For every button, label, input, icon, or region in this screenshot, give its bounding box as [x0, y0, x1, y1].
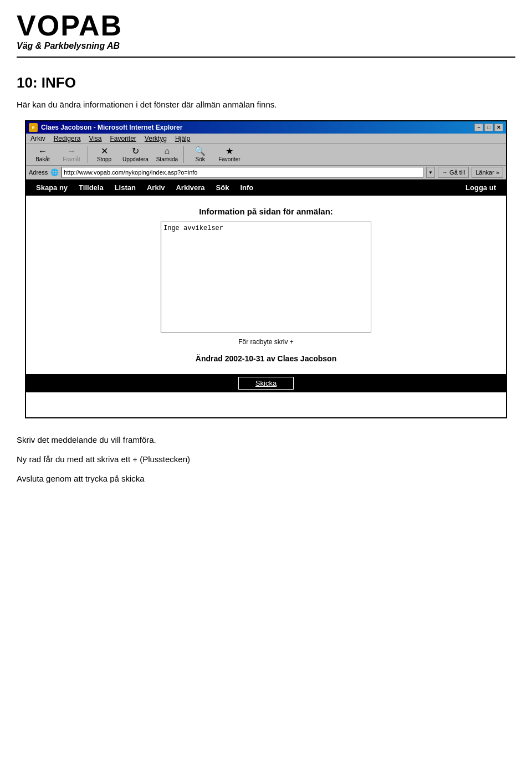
back-label: Bakåt [35, 156, 50, 162]
minimize-button[interactable]: – [474, 124, 483, 131]
search-button[interactable]: 🔍 Sök [186, 146, 214, 163]
search-label: Sök [196, 156, 205, 162]
nav-listan[interactable]: Listan [109, 182, 141, 193]
info-changed-text: Ändrad 2002-10-31 av Claes Jacobson [37, 354, 495, 363]
menu-visa[interactable]: Visa [89, 135, 101, 142]
bottom-text: Skriv det meddelande du vill framföra. N… [17, 432, 515, 486]
nav-info[interactable]: Info [234, 182, 259, 193]
ie-favicon-icon: e [29, 123, 38, 132]
logo-title: VOPAB [17, 11, 515, 40]
close-button[interactable]: ✕ [494, 124, 503, 131]
stop-label: Stopp [97, 156, 111, 162]
links-label: Länkar [475, 169, 494, 176]
menu-redigera[interactable]: Redigera [54, 135, 81, 142]
refresh-label: Uppdatera [122, 156, 149, 162]
back-icon: ← [38, 147, 47, 156]
goto-label: Gå till [449, 169, 465, 176]
goto-button[interactable]: → Gå till [438, 167, 469, 178]
back-button[interactable]: ← Bakåt [29, 146, 57, 163]
address-dropdown[interactable]: ▼ [426, 167, 435, 178]
nav-arkiv[interactable]: Arkiv [141, 182, 171, 193]
app-navbar: Skapa ny Tilldela Listan Arkiv Arkivera … [26, 180, 506, 196]
ie-window-title: Claes Jacobson - Microsoft Internet Expl… [41, 124, 182, 131]
forward-icon: → [67, 147, 76, 156]
menu-verktyg[interactable]: Verktyg [145, 135, 167, 142]
refresh-button[interactable]: ↻ Uppdatera [119, 146, 152, 163]
links-chevron-icon: » [496, 169, 499, 176]
links-button[interactable]: Länkar » [472, 167, 503, 178]
nav-skapa-ny[interactable]: Skapa ny [30, 182, 73, 193]
bottom-line-3: Avsluta genom att trycka på skicka [17, 471, 515, 486]
menu-arkiv[interactable]: Arkiv [30, 135, 45, 142]
refresh-icon: ↻ [132, 147, 139, 156]
info-textarea[interactable]: Inge avvikelser [161, 222, 371, 333]
ie-titlebar: e Claes Jacobson - Microsoft Internet Ex… [26, 121, 506, 134]
favorites-button[interactable]: ★ Favoriter [215, 146, 243, 163]
info-hint: För radbyte skriv + [37, 338, 495, 346]
stop-icon: ✕ [101, 147, 108, 156]
menu-hjalp[interactable]: Hjälp [175, 135, 190, 142]
submit-bar: Skicka [26, 374, 506, 392]
search-icon: 🔍 [195, 147, 206, 156]
intro-text: Här kan du ändra informationen i det fön… [17, 100, 515, 109]
page-heading: 10: INFO [17, 74, 515, 91]
ie-titlebar-left: e Claes Jacobson - Microsoft Internet Ex… [29, 123, 182, 132]
textarea-container: Inge avvikelser [37, 222, 495, 333]
forward-label: Framåt [63, 156, 80, 162]
ie-title-buttons: – □ ✕ [474, 124, 503, 131]
stop-button[interactable]: ✕ Stopp [90, 146, 118, 163]
address-input[interactable] [62, 167, 423, 178]
favorites-icon: ★ [226, 147, 233, 156]
ie-content: Information på sidan för anmälan: Inge a… [26, 196, 506, 417]
goto-arrow-icon: → [442, 169, 448, 176]
menu-favoriter[interactable]: Favoriter [110, 135, 136, 142]
ie-toolbar: ← Bakåt → Framåt ✕ Stopp ↻ Uppdatera ⌂ S… [26, 144, 506, 166]
home-icon: ⌂ [165, 147, 170, 156]
bottom-line-2: Ny rad får du med att skriva ett + (Plus… [17, 452, 515, 467]
nav-logga-ut[interactable]: Logga ut [460, 182, 502, 193]
address-icon: 🌐 [50, 168, 59, 176]
ie-menubar: Arkiv Redigera Visa Favoriter Verktyg Hj… [26, 134, 506, 144]
submit-button[interactable]: Skicka [238, 377, 294, 390]
nav-sok[interactable]: Sök [211, 182, 235, 193]
toolbar-separator-1 [88, 146, 88, 163]
ie-window: e Claes Jacobson - Microsoft Internet Ex… [25, 120, 507, 418]
nav-arkivera[interactable]: Arkivera [170, 182, 210, 193]
logo-section: VOPAB Väg & Parkbelysning AB [17, 11, 515, 58]
home-label: Startsida [156, 156, 178, 162]
bottom-line-1: Skriv det meddelande du vill framföra. [17, 432, 515, 447]
address-label: Adress [29, 169, 48, 176]
toolbar-separator-2 [183, 146, 184, 163]
forward-button[interactable]: → Framåt [58, 146, 85, 163]
ie-addressbar: Adress 🌐 ▼ → Gå till Länkar » [26, 166, 506, 180]
nav-tilldela[interactable]: Tilldela [73, 182, 109, 193]
logo-subtitle: Väg & Parkbelysning AB [17, 41, 515, 51]
info-heading: Information på sidan för anmälan: [37, 207, 495, 216]
maximize-button[interactable]: □ [484, 124, 493, 131]
favorites-label: Favoriter [218, 156, 240, 162]
home-button[interactable]: ⌂ Startsida [153, 146, 181, 163]
